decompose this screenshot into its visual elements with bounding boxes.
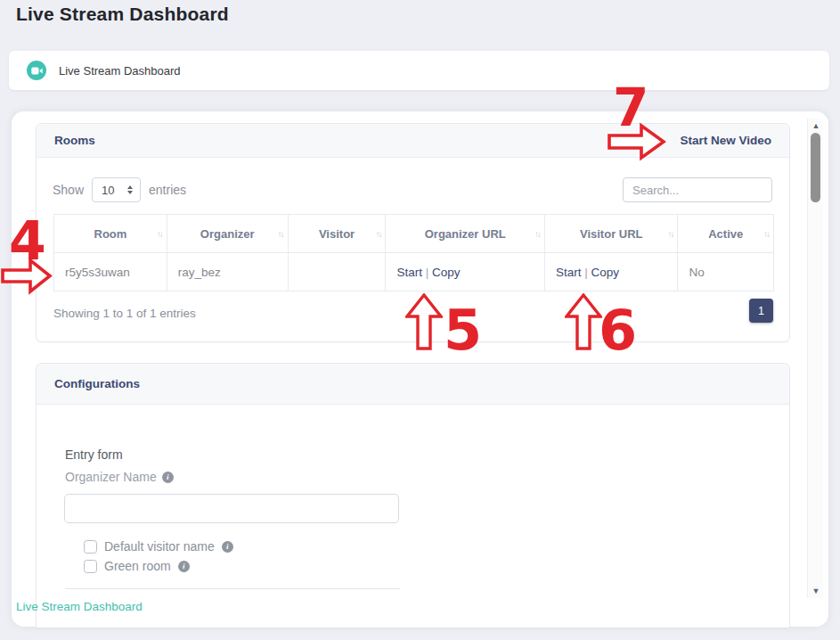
footer-dashboard-link[interactable]: Live Stream Dashboard [16, 600, 143, 613]
organizer-name-label: Organizer Name i [65, 470, 174, 484]
entry-form-label: Entry form [65, 447, 123, 462]
default-visitor-name-option: Default visitor name i [84, 539, 233, 554]
configurations-card-header: Configurations [37, 364, 789, 405]
rooms-table: Room↑↓ Organizer↑↓ Visitor↑↓ Organizer U… [53, 214, 774, 291]
cell-active: No [678, 253, 774, 291]
rooms-card-body: Show 10 entries Room↑↓ Organizer↑↓ [37, 158, 789, 342]
breadcrumb: Live Stream Dashboard [9, 51, 829, 90]
configurations-card-title: Configurations [54, 377, 140, 390]
sort-icon: ↑↓ [534, 229, 540, 239]
link-separator: | [584, 266, 588, 279]
content-panel: Rooms Start New Video Show 10 entries [12, 111, 828, 627]
entries-label: entries [149, 183, 186, 197]
page-length-value: 10 [102, 184, 114, 197]
info-icon[interactable]: i [178, 561, 190, 572]
scrollbar[interactable]: ▲ ▼ [807, 119, 823, 598]
page-title: Live Stream Dashboard [16, 4, 229, 25]
green-room-checkbox[interactable] [84, 560, 97, 573]
configurations-card: Configurations Entry form Organizer Name… [36, 363, 790, 628]
page-length-select[interactable]: 10 [92, 177, 141, 202]
column-header-active[interactable]: Active↑↓ [678, 215, 774, 253]
link-separator: | [426, 266, 429, 279]
sort-icon: ↑↓ [278, 229, 283, 239]
cell-visitor-url: Start | Copy [545, 253, 678, 291]
organizer-url-start-link[interactable]: Start [396, 266, 422, 279]
column-header-organizer-url[interactable]: Organizer URL↑↓ [386, 215, 545, 253]
cell-room: r5y5s3uwan [54, 253, 167, 291]
rooms-card-title: Rooms [54, 134, 95, 147]
start-new-video-button[interactable]: Start New Video [680, 134, 771, 147]
green-room-option: Green room i [84, 559, 190, 573]
sort-icon: ↑↓ [763, 229, 769, 239]
cell-organizer-url: Start | Copy [386, 253, 545, 291]
column-header-room[interactable]: Room↑↓ [54, 215, 167, 253]
column-header-visitor-url[interactable]: Visitor URL↑↓ [545, 215, 678, 253]
visitor-url-start-link[interactable]: Start [556, 266, 582, 279]
breadcrumb-label: Live Stream Dashboard [59, 64, 181, 78]
rooms-card: Rooms Start New Video Show 10 entries [36, 123, 790, 342]
page-length-control: Show 10 entries [53, 177, 186, 202]
video-camera-icon [27, 61, 46, 80]
showing-entries-info: Showing 1 to 1 of 1 entries [53, 307, 196, 320]
scrollbar-up-arrow-icon[interactable]: ▲ [808, 120, 824, 131]
sort-icon: ↑↓ [157, 229, 162, 239]
sort-icon: ↑↓ [375, 229, 380, 239]
show-label: Show [53, 183, 84, 197]
rooms-card-header: Rooms Start New Video [37, 124, 789, 158]
select-spinner-icon [127, 185, 133, 194]
column-header-organizer[interactable]: Organizer↑↓ [167, 215, 288, 253]
visitor-url-copy-link[interactable]: Copy [591, 266, 620, 279]
info-icon[interactable]: i [162, 472, 174, 483]
info-icon[interactable]: i [222, 541, 233, 553]
cell-visitor [288, 253, 386, 291]
scrollbar-down-arrow-icon[interactable]: ▼ [808, 586, 824, 596]
organizer-url-copy-link[interactable]: Copy [432, 266, 461, 279]
search-input[interactable] [623, 177, 772, 202]
default-visitor-name-label: Default visitor name [104, 539, 215, 554]
column-header-visitor[interactable]: Visitor↑↓ [288, 215, 386, 253]
table-header-row: Room↑↓ Organizer↑↓ Visitor↑↓ Organizer U… [54, 215, 774, 253]
sort-icon: ↑↓ [667, 229, 673, 239]
organizer-name-field[interactable] [64, 494, 399, 523]
table-row: r5y5s3uwan ray_bez Start | Copy Start | … [54, 253, 774, 291]
cell-organizer: ray_bez [167, 253, 288, 291]
pagination-page-1-button[interactable]: 1 [749, 299, 773, 323]
configurations-card-body: Entry form Organizer Name i Default visi… [37, 405, 789, 628]
scrollbar-thumb[interactable] [811, 133, 820, 202]
green-room-label: Green room [104, 559, 171, 573]
form-divider [65, 588, 400, 589]
default-visitor-name-checkbox[interactable] [84, 540, 97, 554]
